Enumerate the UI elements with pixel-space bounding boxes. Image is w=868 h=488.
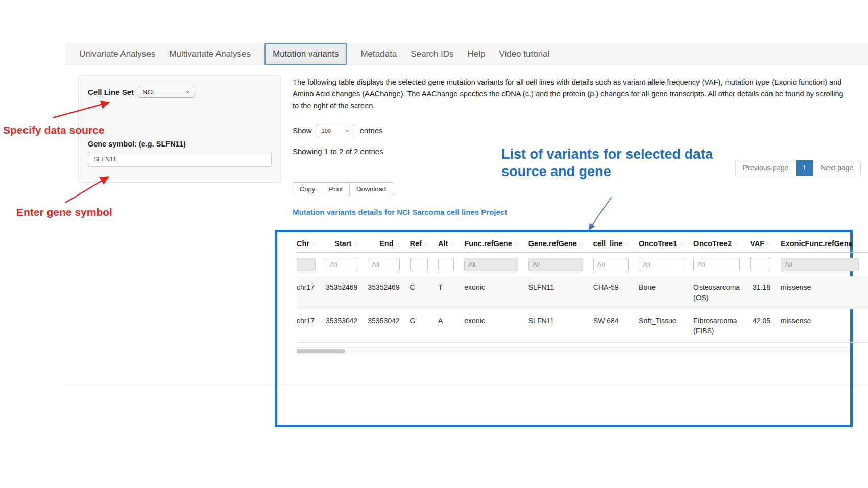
filter-cell	[410, 252, 438, 276]
sort-icon[interactable]: ↑↓	[679, 241, 683, 247]
page-length-select[interactable]: 100 ⌄	[317, 124, 355, 137]
sort-icon[interactable]: ↑↓	[396, 241, 400, 247]
current-page-button[interactable]: 1	[796, 160, 813, 176]
table-horizontal-scrollbar[interactable]	[297, 347, 850, 355]
filter-input-cell-line[interactable]	[593, 258, 629, 271]
cell-gene-refgene: SLFN11	[528, 276, 593, 309]
filter-input-end[interactable]	[368, 258, 399, 271]
column-header-exonicfunc-refgene[interactable]: ExonicFunc.refGene↑↓	[781, 239, 868, 252]
tab-univariate-analyses[interactable]: Univariate Analyses	[79, 49, 155, 59]
print-button[interactable]: Print	[322, 182, 350, 196]
filter-select-chr[interactable]	[297, 258, 316, 271]
cell-gene-refgene: SLFN11	[528, 309, 593, 343]
cell-func-refgene: exonic	[464, 276, 528, 309]
cell-ref: C	[410, 276, 438, 309]
cell-oncotree2: Osteosarcoma (OS)	[693, 276, 750, 309]
table-title-link[interactable]: Mutation variants details for NCI Sarcom…	[293, 208, 507, 216]
table-row: chr173535246935352469CTexonicSLFN11CHA-5…	[297, 276, 868, 309]
gene-symbol-label: Gene symbol: (e.g. SLFN11)	[88, 140, 272, 148]
filter-cell	[593, 252, 639, 276]
tab-video-tutorial[interactable]: Video tutorial	[499, 49, 549, 59]
pagination: Previous page 1 Next page	[735, 160, 861, 176]
cell-line-set-row: Cell Line Set NCI ⌄	[88, 86, 272, 98]
cell-line-set-label: Cell Line Set	[88, 88, 134, 96]
gene-symbol-input[interactable]	[88, 152, 272, 167]
annotation-variants-note: List of variants for selected data sourc…	[501, 145, 713, 180]
cell-start: 35353042	[326, 309, 368, 343]
tab-mutation-variants[interactable]: Mutation variants	[264, 43, 347, 65]
column-header-chr[interactable]: Chr↑↓	[297, 239, 326, 252]
filter-input-start[interactable]	[326, 258, 357, 271]
column-header-oncotree1[interactable]: OncoTree1↑↓	[639, 239, 693, 252]
next-page-button[interactable]: Next page	[813, 160, 860, 176]
filter-cell: All	[464, 252, 528, 276]
cell-oncotree1: Soft_Tissue	[639, 309, 693, 343]
sort-icon[interactable]: ↑↓	[766, 241, 770, 247]
column-label: Alt	[438, 239, 448, 248]
cell-vaf: 31.18	[750, 276, 781, 309]
cell-cell-line: CHA-59	[593, 276, 639, 309]
tab-metadata[interactable]: Metadata	[360, 49, 397, 59]
filter-cell	[438, 252, 464, 276]
sort-icon[interactable]: ↑↓	[450, 241, 454, 247]
annotation-variants-note-line1: List of variants for selected data	[501, 145, 713, 163]
cell-vaf: 42.05	[750, 309, 781, 343]
showing-entries-text: Showing 1 to 2 of 2 entries	[293, 147, 383, 156]
column-label: Gene.refGene	[528, 239, 577, 248]
cell-end: 35353042	[368, 309, 409, 343]
variants-table-highlight-box: Chr↑↓Start↑↓End↑↓Ref↑↓Alt↑↓Func.refGene↑…	[275, 230, 853, 427]
sort-icon[interactable]: ↑↓	[579, 241, 583, 247]
sort-icon[interactable]: ↑↓	[514, 241, 518, 247]
filter-input-vaf[interactable]	[750, 258, 770, 271]
filter-cell: All	[528, 252, 593, 276]
filter-input-alt[interactable]	[438, 258, 454, 271]
previous-page-button[interactable]: Previous page	[736, 160, 796, 176]
column-header-end[interactable]: End↑↓	[368, 239, 409, 252]
annotation-variants-note-line2: source and gene	[501, 163, 713, 180]
filter-cell	[639, 252, 693, 276]
copy-button[interactable]: Copy	[293, 182, 322, 196]
column-header-alt[interactable]: Alt↑↓	[438, 239, 464, 252]
column-header-ref[interactable]: Ref↑↓	[410, 239, 438, 252]
filter-select-func-refgene[interactable]: All	[464, 258, 518, 271]
scrollbar-thumb[interactable]	[297, 349, 345, 353]
filter-input-oncotree1[interactable]	[639, 258, 683, 271]
column-header-vaf[interactable]: VAF↑↓	[750, 239, 781, 252]
sort-icon[interactable]: ↑↓	[734, 241, 738, 247]
column-label: OncoTree1	[639, 239, 677, 248]
filter-input-oncotree2[interactable]	[693, 258, 740, 271]
filter-cell	[297, 252, 326, 276]
column-header-start[interactable]: Start↑↓	[326, 239, 368, 252]
table-row: chr173535304235353042GAexonicSLFN11SW 68…	[297, 309, 868, 343]
column-header-cell-line[interactable]: cell_line↑↓	[593, 239, 639, 252]
chevron-down-icon: ⌄	[345, 127, 350, 132]
variants-note-arrow	[589, 198, 611, 229]
tab-help[interactable]: Help	[467, 49, 485, 59]
cell-line-set-value: NCI	[142, 88, 154, 96]
filter-cell	[693, 252, 750, 276]
annotation-enter-gene-symbol: Enter gene symbol	[16, 206, 112, 218]
filter-cell: All	[781, 252, 868, 276]
tab-search-ids[interactable]: Search IDs	[411, 49, 453, 59]
cell-cell-line: SW 684	[593, 309, 639, 343]
entries-label: entries	[360, 126, 383, 135]
column-header-oncotree2[interactable]: OncoTree2↑↓	[693, 239, 750, 252]
column-header-func-refgene[interactable]: Func.refGene↑↓	[464, 239, 528, 252]
cell-line-set-select[interactable]: NCI ⌄	[138, 86, 195, 98]
filter-cell	[368, 252, 409, 276]
sort-icon[interactable]: ↑↓	[424, 241, 428, 247]
table-header-row: Chr↑↓Start↑↓End↑↓Ref↑↓Alt↑↓Func.refGene↑…	[297, 239, 868, 252]
download-button[interactable]: Download	[349, 182, 393, 196]
sort-icon[interactable]: ↑↓	[855, 241, 859, 247]
cell-func-refgene: exonic	[464, 309, 528, 343]
sort-icon[interactable]: ↑↓	[353, 241, 357, 247]
column-header-gene-refgene[interactable]: Gene.refGene↑↓	[528, 239, 593, 252]
sort-icon[interactable]: ↑↓	[311, 241, 316, 247]
annotation-specify-data-source: Specify data source	[3, 124, 104, 136]
filter-select-exonicfunc-refgene[interactable]: All	[781, 258, 859, 271]
filter-select-gene-refgene[interactable]: All	[528, 258, 583, 271]
sort-icon[interactable]: ↑↓	[624, 241, 629, 247]
tab-multivariate-analyses[interactable]: Multivariate Analyses	[169, 49, 251, 59]
export-button-group: CopyPrintDownload	[293, 182, 393, 196]
filter-input-ref[interactable]	[410, 258, 428, 271]
